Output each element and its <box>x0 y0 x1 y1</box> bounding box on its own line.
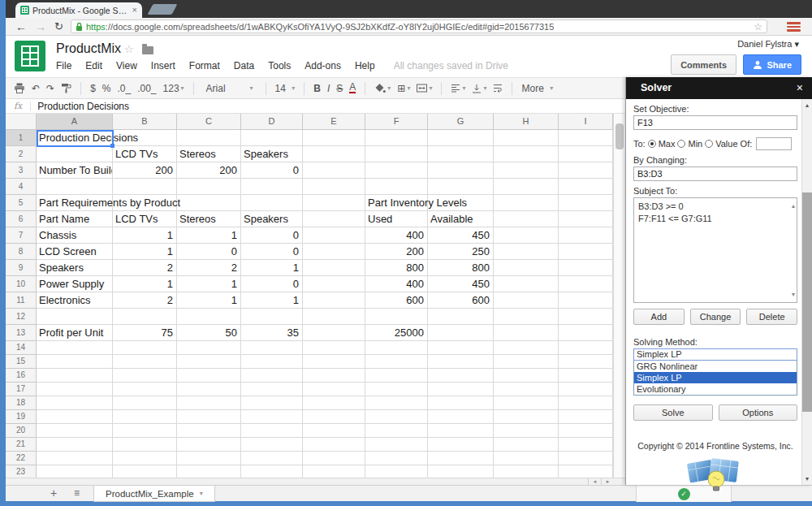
cell-B19[interactable] <box>113 410 177 424</box>
min-radio[interactable] <box>677 140 685 148</box>
cell-E4[interactable] <box>303 179 365 195</box>
cell-D7[interactable]: 0 <box>241 227 303 244</box>
column-header-F[interactable]: F <box>365 114 428 130</box>
cell-G8[interactable]: 250 <box>428 244 494 260</box>
cell-H18[interactable] <box>494 396 559 410</box>
cell-C17[interactable] <box>177 383 241 396</box>
row-header-4[interactable]: 4 <box>6 179 37 195</box>
row-header-20[interactable]: 20 <box>6 424 37 438</box>
column-header-A[interactable]: A <box>37 114 113 130</box>
cell-A2[interactable] <box>37 146 113 162</box>
cell-G15[interactable] <box>428 355 494 369</box>
row-header-14[interactable]: 14 <box>6 341 37 355</box>
cell-E8[interactable] <box>303 244 365 260</box>
cell-C7[interactable]: 1 <box>177 227 241 244</box>
cell-H9[interactable] <box>494 260 559 276</box>
back-icon[interactable]: ← <box>15 19 27 35</box>
cell-B6[interactable]: LCD TVs <box>113 211 177 227</box>
horizontal-scrollbar[interactable]: ◂ ▸ <box>6 478 625 485</box>
cell-E23[interactable] <box>303 465 365 478</box>
cell-D10[interactable]: 0 <box>241 276 303 292</box>
cell-E1[interactable] <box>303 130 365 146</box>
cell-C5[interactable] <box>177 195 241 211</box>
cell-C10[interactable]: 1 <box>177 276 241 292</box>
cell-H4[interactable] <box>494 179 559 195</box>
cell-I5[interactable] <box>559 195 613 211</box>
row-header-3[interactable]: 3 <box>6 162 37 179</box>
cell-I3[interactable] <box>559 162 613 179</box>
row-header-13[interactable]: 13 <box>6 325 37 341</box>
cell-D20[interactable] <box>241 424 303 438</box>
column-header-D[interactable]: D <box>241 114 303 130</box>
cell-H7[interactable] <box>494 227 559 244</box>
cell-F2[interactable] <box>365 146 428 162</box>
row-header-15[interactable]: 15 <box>6 355 37 369</box>
cell-G1[interactable] <box>428 130 494 146</box>
cell-G11[interactable]: 600 <box>428 292 494 309</box>
cell-H14[interactable] <box>494 341 559 355</box>
cell-A13[interactable]: Profit per Unit <box>37 325 113 341</box>
new-tab-button[interactable] <box>148 4 178 15</box>
menu-file[interactable]: File <box>56 60 71 71</box>
borders-icon[interactable]: ⊞▾ <box>397 83 410 94</box>
cell-E20[interactable] <box>303 424 365 438</box>
cell-B13[interactable]: 75 <box>113 325 177 341</box>
cell-D22[interactable] <box>241 452 303 465</box>
cell-E21[interactable] <box>303 438 365 452</box>
cell-H16[interactable] <box>494 369 559 383</box>
cell-G2[interactable] <box>428 146 494 162</box>
objective-input[interactable]: F13 <box>633 115 797 130</box>
cell-D11[interactable]: 1 <box>241 292 303 309</box>
cell-C16[interactable] <box>177 369 241 383</box>
all-sheets-icon[interactable]: ≡ <box>74 487 80 499</box>
cell-F15[interactable] <box>365 355 428 369</box>
constraints-listbox[interactable]: B3:D3 >= 0 F7:F11 <= G7:G11 ▴ ▾ <box>633 197 797 303</box>
cell-E22[interactable] <box>303 452 365 465</box>
cell-E5[interactable] <box>303 195 365 211</box>
cell-D14[interactable] <box>241 341 303 355</box>
cell-A18[interactable] <box>37 396 113 410</box>
scrollbar-thumb[interactable] <box>802 192 812 412</box>
column-header-G[interactable]: G <box>428 114 494 130</box>
cell-H2[interactable] <box>494 146 559 162</box>
value-of-input[interactable] <box>756 137 792 150</box>
undo-icon[interactable]: ↶ <box>32 83 40 94</box>
cell-A14[interactable] <box>37 341 113 355</box>
row-header-11[interactable]: 11 <box>6 292 37 309</box>
cell-F1[interactable] <box>365 130 428 146</box>
cell-I11[interactable] <box>559 292 613 309</box>
row-header-7[interactable]: 7 <box>6 227 37 244</box>
cell-B11[interactable]: 2 <box>113 292 177 309</box>
cell-B20[interactable] <box>113 424 177 438</box>
cell-E15[interactable] <box>303 355 365 369</box>
share-button[interactable]: Share <box>743 54 801 75</box>
cell-I7[interactable] <box>559 227 613 244</box>
cell-B18[interactable] <box>113 396 177 410</box>
cell-A7[interactable]: Chassis <box>37 227 113 244</box>
solver-scrollbar[interactable]: ▴ ▾ <box>801 99 812 485</box>
cell-G10[interactable]: 450 <box>428 276 494 292</box>
cell-H13[interactable] <box>494 325 559 341</box>
cell-E7[interactable] <box>303 227 365 244</box>
cell-C12[interactable] <box>177 309 241 325</box>
print-icon[interactable] <box>14 83 25 93</box>
cell-I21[interactable] <box>559 438 613 452</box>
cell-F20[interactable] <box>365 424 428 438</box>
row-header-21[interactable]: 21 <box>6 438 37 452</box>
cell-G16[interactable] <box>428 369 494 383</box>
cell-F3[interactable] <box>365 162 428 179</box>
cell-F23[interactable] <box>365 465 428 478</box>
cell-D8[interactable]: 0 <box>241 244 303 260</box>
cell-A22[interactable] <box>37 452 113 465</box>
row-header-22[interactable]: 22 <box>6 452 37 465</box>
decrease-decimals-button[interactable]: .0_ <box>117 83 131 94</box>
menu-tools[interactable]: Tools <box>268 60 291 71</box>
scroll-left-icon[interactable]: ◂ <box>588 478 601 485</box>
row-header-5[interactable]: 5 <box>6 195 37 211</box>
column-header-E[interactable]: E <box>303 114 365 130</box>
cell-A17[interactable] <box>37 383 113 396</box>
row-header-6[interactable]: 6 <box>6 211 37 227</box>
constraint-item[interactable]: B3:D3 >= 0 <box>638 201 785 213</box>
menu-insert[interactable]: Insert <box>151 60 175 71</box>
format-percent-button[interactable]: % <box>102 83 111 94</box>
